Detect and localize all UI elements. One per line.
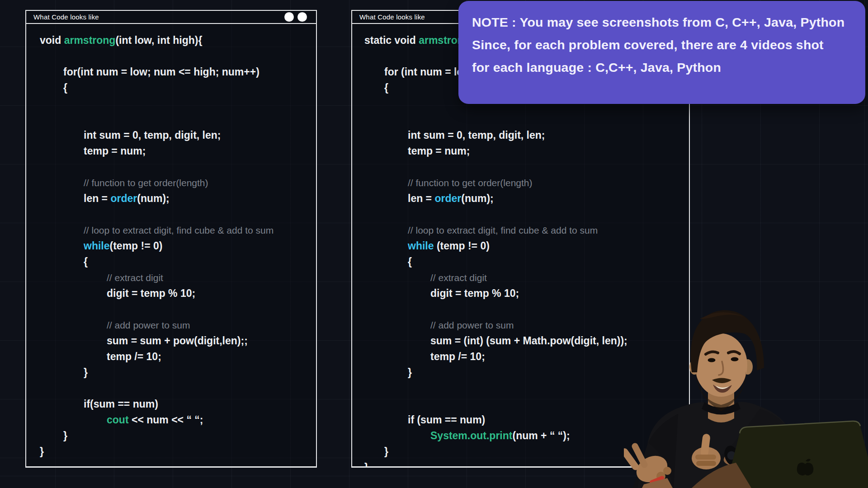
- code-line: {: [26, 254, 316, 270]
- video-frame: What Code looks like void armstrong(int …: [0, 0, 868, 488]
- window-title: What Code looks like: [33, 13, 99, 21]
- code-line: temp = num;: [352, 143, 689, 159]
- code-text: }: [408, 366, 412, 378]
- note-overlay: NOTE : You may see screenshots from C, C…: [458, 1, 865, 104]
- presenter-eye: [731, 357, 739, 361]
- code-text: (num + “ “);: [512, 430, 570, 441]
- code-window-cpp: What Code looks like void armstrong(int …: [25, 10, 317, 468]
- code-text: static void: [364, 34, 419, 46]
- code-text: (num);: [137, 192, 170, 204]
- code-text: if(sum == num): [84, 398, 158, 410]
- code-line: if(sum == num): [26, 396, 316, 412]
- code-text: temp = num;: [84, 145, 146, 157]
- code-blank-line: [26, 96, 316, 112]
- code-text: << num << “ “;: [129, 414, 203, 426]
- code-blank-line: [352, 206, 689, 222]
- laptop: [726, 421, 868, 488]
- code-line: digit = temp % 10;: [26, 286, 316, 301]
- code-blank-line: [26, 112, 316, 127]
- code-line: for(int num = low; num <= high; num++): [26, 64, 316, 80]
- code-line: // loop to extract digit, find cube & ad…: [352, 222, 689, 238]
- code-text: }: [364, 461, 368, 468]
- code-comment: // add power to sum: [107, 320, 190, 330]
- code-line: while(temp != 0): [26, 238, 316, 254]
- code-comment: // extract digit: [430, 272, 487, 283]
- code-text: }: [63, 430, 67, 441]
- code-blank-line: [26, 380, 316, 396]
- presenter-photo: [624, 253, 868, 488]
- code-comment: // loop to extract digit, find cube & ad…: [408, 225, 598, 235]
- window-controls: [284, 12, 307, 22]
- code-text: sum = sum + pow(digit,len);;: [107, 335, 248, 347]
- code-text: {: [408, 256, 412, 267]
- code-blank-line: [26, 48, 316, 64]
- code-text: len =: [84, 192, 110, 204]
- code-line: // function to get order(length): [352, 175, 689, 191]
- code-line: len = order(num);: [352, 191, 689, 206]
- code-text: digit = temp % 10;: [107, 287, 195, 299]
- code-text: while: [84, 240, 110, 252]
- code-text: temp /= 10;: [107, 351, 161, 362]
- window-titlebar: What Code looks like: [26, 11, 316, 24]
- code-text: int sum = 0, temp, digit, len;: [84, 129, 221, 141]
- code-line: {: [26, 80, 316, 96]
- code-blank-line: [352, 112, 689, 127]
- code-comment: // extract digit: [107, 272, 163, 283]
- code-line: int sum = 0, temp, digit, len;: [352, 127, 689, 143]
- code-text: sum = (int) (sum + Math.pow(digit, len))…: [430, 335, 627, 347]
- code-text: }: [84, 366, 88, 378]
- code-text: while: [408, 240, 434, 252]
- code-text: temp /= 10;: [430, 351, 485, 362]
- code-text: (temp != 0): [434, 240, 490, 252]
- code-line: }: [26, 365, 316, 380]
- code-line: temp = num;: [26, 143, 316, 159]
- code-text: for(int num = low; num <= high; num++): [63, 66, 259, 78]
- code-blank-line: [26, 206, 316, 222]
- window-control-dot[interactable]: [297, 12, 307, 22]
- code-text: }: [40, 446, 44, 457]
- code-text: len =: [408, 192, 434, 204]
- code-text: int sum = 0, temp, digit, len;: [408, 129, 545, 141]
- code-comment: // add power to sum: [430, 320, 514, 330]
- code-line: len = order(num);: [26, 191, 316, 206]
- code-text: {: [84, 256, 88, 267]
- note-line: NOTE : You may see screenshots from C, C…: [472, 11, 856, 33]
- code-text: if (sum == num): [408, 414, 485, 426]
- code-text: armstrong: [64, 34, 116, 46]
- code-comment: // loop to extract digit, find cube & ad…: [84, 225, 274, 235]
- code-text: }: [384, 446, 388, 457]
- code-line: }: [26, 428, 316, 444]
- code-area: void armstrong(int low, int high){for(in…: [26, 24, 316, 460]
- note-line: for each language : C,C++, Java, Python: [472, 56, 856, 79]
- code-line: int sum = 0, temp, digit, len;: [26, 127, 316, 143]
- code-text: {: [384, 82, 388, 94]
- code-comment: // function to get order(length): [84, 178, 208, 188]
- window-title: What Code looks like: [359, 13, 425, 21]
- code-text: System.out.print: [430, 430, 512, 441]
- code-line: // add power to sum: [26, 317, 316, 333]
- code-blank-line: [26, 159, 316, 175]
- code-text: cout: [107, 414, 129, 426]
- code-line: temp /= 10;: [26, 349, 316, 365]
- code-comment: // function to get order(length): [408, 178, 533, 188]
- code-line: // function to get order(length): [26, 175, 316, 191]
- code-blank-line: [352, 159, 689, 175]
- code-text: {: [63, 82, 67, 94]
- code-text: digit = temp % 10;: [430, 287, 519, 299]
- code-line: void armstrong(int low, int high){: [26, 33, 316, 48]
- code-blank-line: [26, 301, 316, 317]
- code-text: order: [110, 192, 137, 204]
- code-line: }: [26, 444, 316, 460]
- code-text: (temp != 0): [110, 240, 163, 252]
- code-text: order: [434, 192, 461, 204]
- code-line: // extract digit: [26, 270, 316, 286]
- window-control-dot[interactable]: [284, 12, 294, 22]
- code-text: (num);: [461, 192, 494, 204]
- code-line: while (temp != 0): [352, 238, 689, 254]
- note-line: Since, for each problem covered, there a…: [472, 33, 856, 56]
- code-text: void: [40, 34, 64, 46]
- code-text: temp = num;: [408, 145, 470, 157]
- code-line: // loop to extract digit, find cube & ad…: [26, 222, 316, 238]
- code-line: cout << num << “ “;: [26, 412, 316, 428]
- code-text: (int low, int high){: [115, 34, 202, 46]
